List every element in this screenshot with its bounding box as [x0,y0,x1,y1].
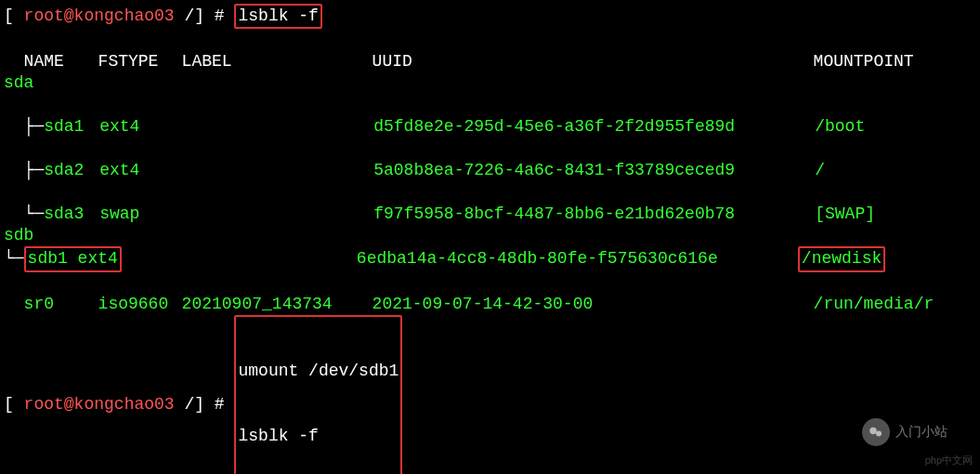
path: / [184,6,194,27]
part-mount: /boot [815,116,865,138]
part-uuid: d5fd8e2e-295d-45e6-a36f-2f2d955fe89d [373,116,815,138]
part-mount: / [815,160,825,181]
part-name: sda2 [44,160,99,181]
command-lsblk-2: lsblk -f [238,427,318,445]
bracket-close: ] # [194,394,234,415]
header-name: NAME [24,51,98,72]
command-umount: umount /dev/sdb1 [238,362,399,380]
tree-branch-icon: ├─ [24,117,45,136]
header-label: LABEL [182,51,372,72]
part-mount: /run/media/r [814,294,934,315]
bracket: [ [4,6,14,27]
disk-sda-1: sda [4,72,976,94]
header-fstype: FSTYPE [98,51,182,72]
watermark-text: 入门小站 [895,424,947,441]
bracket-close: ] # [194,6,234,27]
part-uuid: f97f5958-8bcf-4487-8bb6-e21bd62e0b78 [373,204,815,225]
partition-sda2-1: ├─sda2ext45a08b8ea-7226-4a6c-8431-f33789… [4,138,976,181]
partition-sda1-1: ├─sda1ext4d5fd8e2e-295d-45e6-a36f-2f2d95… [4,95,976,138]
highlight-box-lsblk: lsblk -f [234,4,321,29]
part-name: sda1 [44,116,99,138]
user-host: root@kongchao03 [14,394,185,415]
part-mount: [SWAP] [815,204,875,225]
path: / [184,394,194,415]
highlight-box-newdisk: /newdisk [798,246,885,271]
partition-sdb1-1: └─sdb1ext46edba14a-4cc8-48db-80fe-f57563… [4,246,976,271]
php-watermark: php中文网 [925,454,973,467]
svg-point-0 [869,428,877,435]
command-text: lsblk -f [238,7,318,25]
tree-end-icon: └─ [4,248,24,270]
header-uuid: UUID [372,51,814,72]
prompt-line-2: [ root@kongchao03 / ] # umount /dev/sdb1… [4,315,976,474]
part-mount: /newdisk [802,249,882,268]
wechat-watermark: 入门小站 [862,418,947,446]
part-uuid: 6edba14a-4cc8-48db-80fe-f575630c616e [357,248,798,270]
part-uuid: 2021-09-07-14-42-30-00 [372,294,814,315]
svg-point-1 [876,431,882,437]
prompt-line-1: [ root@kongchao03 / ] # lsblk -f [4,4,976,29]
user-host: root@kongchao03 [14,6,185,27]
tree-end-icon: └─ [24,204,45,223]
part-fstype: ext4 [99,160,183,181]
wechat-icon [862,418,890,446]
part-name: sr0 [24,294,98,315]
part-fstype: iso9660 [98,294,182,315]
part-fstype: ext4 [99,116,183,138]
disk-sr0-1: sr0iso966020210907_1437342021-09-07-14-4… [4,272,976,316]
disk-sdb-1: sdb [4,225,976,246]
header-mount: MOUNTPOINT [814,51,914,72]
part-label: 20210907_143734 [182,294,372,315]
highlight-box-commands: umount /dev/sdb1 lsblk -f [234,315,402,474]
tree-branch-icon: ├─ [24,161,45,179]
highlight-box-sdb1: sdb1ext4 [24,246,122,271]
part-name: sdb1 [28,248,78,270]
part-name: sda3 [44,204,99,225]
part-fstype: ext4 [78,249,118,268]
lsblk-header-1: NAMEFSTYPELABELUUIDMOUNTPOINT [4,29,976,72]
part-fstype: swap [99,204,183,225]
partition-sda3-1: └─sda3swapf97f5958-8bcf-4487-8bb6-e21bd6… [4,181,976,225]
part-uuid: 5a08b8ea-7226-4a6c-8431-f33789ceced9 [373,160,815,181]
bracket: [ [4,394,14,415]
